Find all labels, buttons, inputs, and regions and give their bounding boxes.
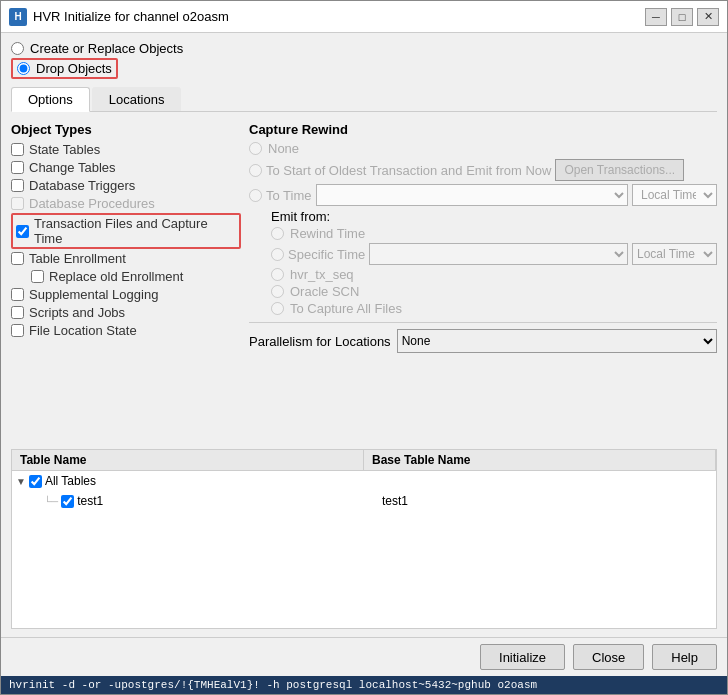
replace-old-enrollment-checkbox[interactable] xyxy=(31,270,44,283)
left-panel: Object Types State Tables Change Tables … xyxy=(11,122,241,439)
specific-local-time-select[interactable]: Local Time xyxy=(632,243,717,265)
minimize-button[interactable]: ─ xyxy=(645,8,667,26)
table-name-header: Table Name xyxy=(12,450,364,470)
hvr-tx-seq-radio xyxy=(271,268,284,281)
status-text: hvrinit -d -or -upostgres/!{TMHEalV1}! -… xyxy=(9,679,537,691)
local-time-select[interactable]: Local Time xyxy=(632,184,717,206)
file-location-state-checkbox[interactable] xyxy=(11,324,24,337)
drop-objects-option[interactable]: Drop Objects xyxy=(11,58,717,79)
tab-locations[interactable]: Locations xyxy=(92,87,182,111)
specific-time-select[interactable] xyxy=(369,243,628,265)
table-enrollment-label: Table Enrollment xyxy=(29,251,126,266)
file-location-state-row[interactable]: File Location State xyxy=(11,322,241,339)
all-tables-label: All Tables xyxy=(45,474,96,488)
specific-time-radio xyxy=(271,248,284,261)
scripts-and-jobs-checkbox[interactable] xyxy=(11,306,24,319)
none-radio-row[interactable]: None xyxy=(249,141,717,156)
change-tables-row[interactable]: Change Tables xyxy=(11,159,241,176)
database-triggers-label: Database Triggers xyxy=(29,178,135,193)
right-panel: Capture Rewind None To Start of Oldest T… xyxy=(249,122,717,439)
none-label: None xyxy=(268,141,299,156)
rewind-time-radio xyxy=(271,227,284,240)
close-button[interactable]: ✕ xyxy=(697,8,719,26)
all-tables-checkbox[interactable] xyxy=(29,475,42,488)
mode-radio-group: Create or Replace Objects Drop Objects xyxy=(11,41,717,79)
oracle-scn-label: Oracle SCN xyxy=(290,284,359,299)
table-area[interactable]: Table Name Base Table Name ▼ All Tables … xyxy=(11,449,717,629)
tree-line: └─ xyxy=(44,496,58,507)
object-types-list: State Tables Change Tables Database Trig… xyxy=(11,141,241,339)
table-enrollment-checkbox[interactable] xyxy=(11,252,24,265)
object-types-label: Object Types xyxy=(11,122,241,137)
help-button[interactable]: Help xyxy=(652,644,717,670)
scripts-and-jobs-row[interactable]: Scripts and Jobs xyxy=(11,304,241,321)
oracle-scn-radio xyxy=(271,285,284,298)
file-location-state-label: File Location State xyxy=(29,323,137,338)
table-row[interactable]: ▼ All Tables xyxy=(12,471,716,491)
capture-all-files-row[interactable]: To Capture All Files xyxy=(271,301,717,316)
supplemental-logging-label: Supplemental Logging xyxy=(29,287,158,302)
capture-all-label: To Capture All Files xyxy=(290,301,402,316)
replace-old-enrollment-label: Replace old Enrollment xyxy=(49,269,183,284)
specific-time-label: Specific Time xyxy=(288,247,365,262)
base-table-name-header: Base Table Name xyxy=(364,450,716,470)
parallelism-row: Parallelism for Locations None xyxy=(249,322,717,353)
transaction-files-label: Transaction Files and Capture Time xyxy=(34,216,236,246)
state-tables-label: State Tables xyxy=(29,142,100,157)
transaction-files-row[interactable]: Transaction Files and Capture Time xyxy=(11,213,241,249)
close-button[interactable]: Close xyxy=(573,644,644,670)
test1-label: test1 xyxy=(77,494,103,508)
specific-time-row[interactable]: Specific Time Local Time xyxy=(271,243,717,265)
table-row[interactable]: └─ test1 test1 xyxy=(12,491,716,511)
status-bar: hvrinit -d -or -upostgres/!{TMHEalV1}! -… xyxy=(1,676,727,694)
to-time-row[interactable]: To Time Local Time xyxy=(249,184,717,206)
state-tables-checkbox[interactable] xyxy=(11,143,24,156)
rewind-time-row[interactable]: Rewind Time xyxy=(271,226,717,241)
drop-objects-label: Drop Objects xyxy=(36,61,112,76)
to-time-radio xyxy=(249,189,262,202)
supplemental-logging-checkbox[interactable] xyxy=(11,288,24,301)
change-tables-label: Change Tables xyxy=(29,160,116,175)
supplemental-logging-row[interactable]: Supplemental Logging xyxy=(11,286,241,303)
state-tables-row[interactable]: State Tables xyxy=(11,141,241,158)
database-triggers-row[interactable]: Database Triggers xyxy=(11,177,241,194)
oldest-transaction-row[interactable]: To Start of Oldest Transaction and Emit … xyxy=(249,159,717,181)
create-replace-option[interactable]: Create or Replace Objects xyxy=(11,41,717,56)
table-enrollment-row[interactable]: Table Enrollment xyxy=(11,250,241,267)
to-time-label: To Time xyxy=(266,188,312,203)
all-tables-base xyxy=(364,480,716,482)
initialize-button[interactable]: Initialize xyxy=(480,644,565,670)
tab-options[interactable]: Options xyxy=(11,87,90,112)
expand-icon[interactable]: ▼ xyxy=(16,476,26,487)
change-tables-checkbox[interactable] xyxy=(11,161,24,174)
drop-objects-radio[interactable] xyxy=(17,62,30,75)
scripts-and-jobs-label: Scripts and Jobs xyxy=(29,305,125,320)
button-bar: Initialize Close Help xyxy=(1,637,727,676)
test1-checkbox[interactable] xyxy=(61,495,74,508)
tab-bar: Options Locations xyxy=(11,87,717,112)
database-procedures-row: Database Procedures xyxy=(11,195,241,212)
capture-all-radio xyxy=(271,302,284,315)
parallelism-select[interactable]: None xyxy=(397,329,717,353)
hvr-tx-seq-row[interactable]: hvr_tx_seq xyxy=(271,267,717,282)
main-panel: Object Types State Tables Change Tables … xyxy=(11,122,717,439)
database-triggers-checkbox[interactable] xyxy=(11,179,24,192)
emit-from-label: Emit from: xyxy=(271,209,717,224)
maximize-button[interactable]: □ xyxy=(671,8,693,26)
parallelism-label: Parallelism for Locations xyxy=(249,334,391,349)
none-radio xyxy=(249,142,262,155)
create-replace-radio[interactable] xyxy=(11,42,24,55)
all-tables-cell: ▼ All Tables xyxy=(12,473,364,489)
oldest-label: To Start of Oldest Transaction and Emit … xyxy=(266,163,551,178)
test1-cell: └─ test1 xyxy=(40,493,378,509)
hvr-tx-seq-label: hvr_tx_seq xyxy=(290,267,354,282)
table-header: Table Name Base Table Name xyxy=(12,450,716,471)
to-time-select[interactable] xyxy=(316,184,628,206)
replace-old-enrollment-row[interactable]: Replace old Enrollment xyxy=(11,268,241,285)
transaction-files-checkbox[interactable] xyxy=(16,225,29,238)
open-transactions-button[interactable]: Open Transactions... xyxy=(555,159,684,181)
database-procedures-checkbox xyxy=(11,197,24,210)
oracle-scn-row[interactable]: Oracle SCN xyxy=(271,284,717,299)
oldest-radio xyxy=(249,164,262,177)
capture-rewind-section: Capture Rewind None To Start of Oldest T… xyxy=(249,122,717,353)
